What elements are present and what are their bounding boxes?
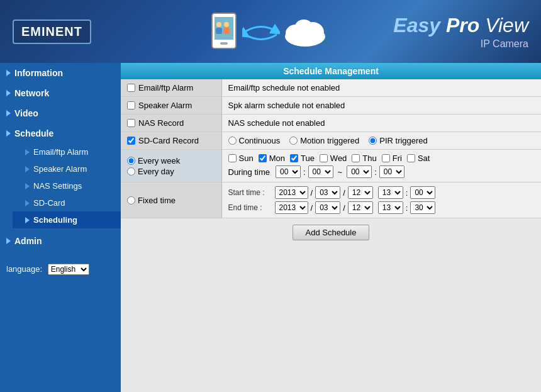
- brand-view: View: [479, 14, 528, 36]
- days-row: Sun Mon Tue: [228, 154, 535, 163]
- brand-easy: Easy: [393, 14, 440, 36]
- start-min-select[interactable]: 00153045: [410, 186, 435, 199]
- cloud-icon: [280, 14, 330, 49]
- start-hour-select[interactable]: 0006121318: [378, 186, 403, 199]
- email-ftp-status: Email/ftp schedule not enabled: [228, 83, 340, 92]
- day-fri-label: Fri: [382, 154, 402, 163]
- add-schedule-button[interactable]: Add Schedule: [293, 225, 370, 240]
- trigger-pir-radio[interactable]: [369, 137, 377, 145]
- day-wed-text: Wed: [330, 154, 347, 163]
- email-ftp-checkbox[interactable]: [127, 84, 135, 92]
- table-row-fixed-time: Fixed time Start time : 201320142015 /: [121, 182, 541, 218]
- trigger-motion-radio[interactable]: [289, 137, 298, 145]
- trigger-pir-label: PIR triggered: [369, 136, 428, 145]
- table-row-sdcard: SD-Card Record Continuous Motion trigger…: [121, 132, 541, 150]
- sidebar-item-scheduling[interactable]: Scheduling: [13, 211, 121, 228]
- day-fri-checkbox[interactable]: [382, 154, 390, 162]
- email-ftp-label-text: Email/ftp Alarm: [138, 83, 193, 92]
- brand-sub: IP Camera: [393, 38, 528, 50]
- start-day-select[interactable]: 0105101215: [348, 186, 373, 199]
- trigger-row: Continuous Motion triggered PIR triggere…: [228, 136, 535, 145]
- start-year-select[interactable]: 201320142015: [275, 186, 308, 199]
- day-sun-checkbox[interactable]: [228, 154, 237, 162]
- sidebar-sub-label: Scheduling: [33, 215, 77, 225]
- sidebar-label-admin: Admin: [14, 236, 42, 246]
- arrow-icon: [6, 130, 11, 137]
- every-week-radio[interactable]: [127, 157, 135, 165]
- arrow-icon: [25, 149, 30, 155]
- sdcard-label-text: SD-Card Record: [138, 136, 199, 145]
- trigger-continuous-text: Continuous: [239, 136, 281, 145]
- svg-point-3: [216, 22, 221, 27]
- week-day-options: Every week Every day: [127, 156, 215, 176]
- during-hour2-select[interactable]: 0006121823: [347, 165, 372, 178]
- speaker-label: Speaker Alarm: [127, 101, 215, 110]
- sidebar-item-email-ftp-alarm[interactable]: Email/ftp Alarm: [13, 143, 121, 160]
- speaker-label-text: Speaker Alarm: [138, 101, 192, 110]
- arrow-icon: [25, 217, 30, 223]
- arrow-icon: [6, 70, 11, 76]
- sidebar-item-nas-settings[interactable]: NAS Settings: [13, 177, 121, 194]
- table-row-speaker: Speaker Alarm Spk alarm schedule not ena…: [121, 97, 541, 115]
- nas-checkbox[interactable]: [127, 119, 135, 127]
- during-row: During time 0001020612 : 00153045 ~ 0006…: [228, 165, 535, 178]
- day-sat-checkbox[interactable]: [407, 154, 415, 162]
- day-sat-label: Sat: [407, 154, 430, 163]
- sidebar-item-video[interactable]: Video: [0, 103, 121, 123]
- every-week-text: Every week: [138, 156, 180, 165]
- day-thu-checkbox[interactable]: [352, 154, 360, 162]
- during-colon1: :: [303, 167, 306, 177]
- add-schedule-row: Add Schedule: [121, 218, 541, 247]
- end-day-select[interactable]: 0105101215: [348, 201, 373, 214]
- speaker-status: Spk alarm schedule not enabled: [228, 101, 345, 110]
- language-select[interactable]: English Dutch German French: [48, 264, 89, 275]
- sidebar-item-information[interactable]: Information: [0, 63, 121, 83]
- during-min2-select[interactable]: 00153045: [379, 165, 404, 178]
- sidebar-label-schedule: Schedule: [14, 128, 53, 138]
- start-month-select[interactable]: 0102030412: [315, 186, 340, 199]
- end-month-select[interactable]: 0102030412: [315, 201, 340, 214]
- day-tue-checkbox[interactable]: [290, 154, 298, 162]
- trigger-continuous-radio[interactable]: [228, 137, 237, 145]
- every-day-label: Every day: [127, 167, 215, 176]
- trigger-motion-text: Motion triggered: [300, 136, 359, 145]
- arrow-icon: [6, 238, 11, 244]
- day-thu-text: Thu: [362, 154, 376, 163]
- fixed-time-text: Fixed time: [138, 196, 176, 205]
- end-min-select[interactable]: 00153045: [410, 201, 435, 214]
- language-selector-bar: language: English Dutch German French: [0, 257, 121, 281]
- speaker-checkbox[interactable]: [127, 101, 135, 109]
- sidebar-item-network[interactable]: Network: [0, 83, 121, 103]
- end-hour-select[interactable]: 0006121318: [378, 201, 403, 214]
- sidebar-label-video: Video: [14, 108, 38, 118]
- fixed-time-label: Fixed time: [127, 196, 215, 205]
- start-slash2: /: [343, 188, 345, 198]
- nas-status: NAS schedule not enabled: [228, 118, 325, 128]
- every-day-radio[interactable]: [127, 167, 135, 176]
- day-mon-label: Mon: [259, 154, 285, 163]
- day-tue-label: Tue: [290, 154, 315, 163]
- sidebar-item-sd-card[interactable]: SD-Card: [13, 194, 121, 211]
- during-tilde: ~: [338, 167, 343, 177]
- sidebar-item-schedule[interactable]: Schedule: [0, 123, 121, 143]
- sidebar-item-admin[interactable]: Admin: [0, 231, 121, 251]
- sidebar-item-speaker-alarm[interactable]: Speaker Alarm: [13, 160, 121, 177]
- svg-rect-4: [216, 28, 222, 34]
- every-day-text: Every day: [138, 167, 174, 176]
- section-title: Schedule Management: [121, 63, 541, 79]
- svg-point-10: [294, 20, 313, 37]
- day-mon-checkbox[interactable]: [259, 154, 267, 162]
- during-min1-select[interactable]: 00153045: [308, 165, 333, 178]
- day-thu-label: Thu: [352, 154, 376, 163]
- day-wed-checkbox[interactable]: [320, 154, 328, 162]
- end-year-select[interactable]: 201320142015: [275, 201, 308, 214]
- arrow-icon: [25, 183, 30, 189]
- sidebar-sub-label: NAS Settings: [33, 181, 82, 191]
- day-wed-label: Wed: [320, 154, 347, 163]
- sdcard-checkbox[interactable]: [127, 137, 135, 145]
- during-hour1-select[interactable]: 0001020612: [276, 165, 301, 178]
- arrow-icon: [6, 90, 11, 96]
- fixed-time-radio[interactable]: [127, 196, 135, 204]
- start-colon: :: [406, 188, 408, 198]
- content-area: Schedule Management Email/ftp Alarm Emai…: [121, 63, 541, 392]
